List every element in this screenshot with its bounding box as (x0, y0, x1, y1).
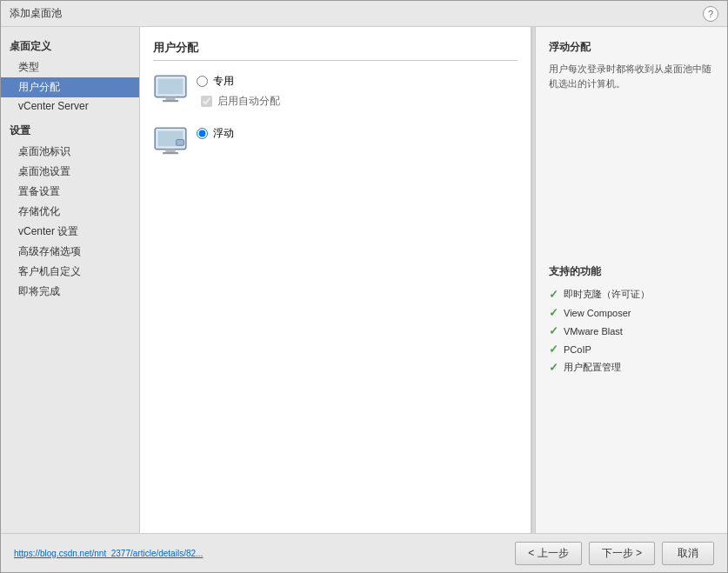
sidebar-item-pool-id[interactable]: 桌面池标识 (1, 142, 139, 162)
dedicated-option-row: 专用 启用自动分配 (153, 74, 518, 109)
sidebar-item-advanced-storage[interactable]: 高级存储选项 (1, 242, 139, 262)
svg-rect-1 (158, 79, 184, 95)
floating-label-text: 浮动 (213, 126, 234, 141)
floating-radio-label[interactable]: 浮动 (197, 126, 234, 141)
sidebar-item-provision-settings[interactable]: 置备设置 (1, 182, 139, 202)
svg-rect-3 (163, 100, 178, 102)
feature-item-1: ✓ View Composer (549, 306, 714, 319)
sidebar-item-storage-optimize[interactable]: 存储优化 (1, 202, 139, 222)
svg-rect-8 (177, 140, 184, 146)
info-floating-title: 浮动分配 (549, 40, 714, 55)
check-icon-2: ✓ (549, 324, 558, 337)
sidebar-settings-section: 设置 桌面池标识 桌面池设置 置备设置 存储优化 vCenter 设置 高级存储… (1, 120, 139, 302)
feature-item-2: ✓ VMware Blast (549, 324, 714, 337)
sidebar-item-vcenter-server[interactable]: vCenter Server (1, 97, 139, 115)
info-panel: 浮动分配 用户每次登录时都将收到从桌面池中随机选出的计算机。 支持的功能 ✓ 即… (536, 27, 727, 533)
floating-option-content: 浮动 (197, 126, 234, 146)
next-button[interactable]: 下一步 > (589, 542, 655, 565)
check-icon-3: ✓ (549, 343, 558, 356)
window-title: 添加桌面池 (10, 6, 62, 21)
title-bar: 添加桌面池 ? (1, 1, 727, 27)
floating-radio[interactable] (197, 128, 208, 139)
main-content: 用户分配 (140, 27, 727, 533)
feature-item-0: ✓ 即时克隆（许可证） (549, 288, 714, 301)
main-panel: 用户分配 (140, 27, 727, 533)
sidebar-settings-title: 设置 (1, 120, 139, 142)
sidebar-item-vcenter-settings[interactable]: vCenter 设置 (1, 222, 139, 242)
floating-monitor-icon (153, 126, 188, 157)
feature-label-0: 即时克隆（许可证） (564, 288, 650, 301)
check-icon-0: ✓ (549, 288, 558, 301)
info-floating-desc: 用户每次登录时都将收到从桌面池中随机选出的计算机。 (549, 62, 714, 90)
feature-label-2: VMware Blast (564, 326, 623, 336)
sidebar-item-guest-customize[interactable]: 客户机自定义 (1, 262, 139, 282)
features-title: 支持的功能 (549, 264, 714, 279)
feature-item-3: ✓ PCoIP (549, 343, 714, 356)
sidebar-item-pool-settings[interactable]: 桌面池设置 (1, 162, 139, 182)
sidebar: 桌面定义 类型 用户分配 vCenter Server 设置 桌面池标识 桌面池… (1, 27, 140, 533)
svg-rect-2 (165, 97, 175, 100)
auto-assign-option: 启用自动分配 (201, 94, 280, 109)
cancel-button[interactable]: 取消 (662, 542, 714, 565)
floating-option-row: 浮动 (153, 126, 518, 157)
footer-url: https://blog.csdn.net/nnt_2377/article/d… (14, 549, 508, 558)
dedicated-label-text: 专用 (213, 74, 234, 89)
main-window: 添加桌面池 ? 桌面定义 类型 用户分配 vCenter Server 设置 桌… (0, 0, 728, 573)
features-section: 支持的功能 ✓ 即时克隆（许可证） ✓ View Composer ✓ VMwa… (549, 264, 714, 374)
dedicated-radio[interactable] (197, 76, 208, 87)
feature-item-4: ✓ 用户配置管理 (549, 361, 714, 374)
auto-assign-label: 启用自动分配 (217, 94, 280, 109)
feature-label-3: PCoIP (564, 344, 591, 355)
dedicated-monitor-icon (153, 74, 188, 105)
check-icon-1: ✓ (549, 306, 558, 319)
footer: https://blog.csdn.net/nnt_2377/article/d… (1, 533, 727, 572)
svg-rect-6 (165, 150, 175, 152)
svg-rect-7 (163, 152, 178, 154)
feature-label-4: 用户配置管理 (564, 361, 621, 374)
sidebar-item-ready-finish[interactable]: 即将完成 (1, 282, 139, 302)
sidebar-item-user-assignment[interactable]: 用户分配 (1, 77, 139, 97)
dedicated-option-content: 专用 启用自动分配 (197, 74, 280, 109)
help-icon[interactable]: ? (703, 6, 718, 22)
feature-label-1: View Composer (564, 308, 631, 318)
form-area: 用户分配 (140, 27, 531, 533)
form-section-title: 用户分配 (153, 40, 518, 61)
prev-button[interactable]: < 上一步 (515, 542, 581, 565)
check-icon-4: ✓ (549, 361, 558, 374)
sidebar-item-type[interactable]: 类型 (1, 57, 139, 77)
sidebar-definition-title: 桌面定义 (1, 36, 139, 57)
content-area: 桌面定义 类型 用户分配 vCenter Server 设置 桌面池标识 桌面池… (1, 27, 727, 533)
dedicated-radio-label[interactable]: 专用 (197, 74, 280, 89)
sidebar-definition-section: 桌面定义 类型 用户分配 vCenter Server (1, 36, 139, 115)
auto-assign-checkbox[interactable] (201, 96, 212, 107)
